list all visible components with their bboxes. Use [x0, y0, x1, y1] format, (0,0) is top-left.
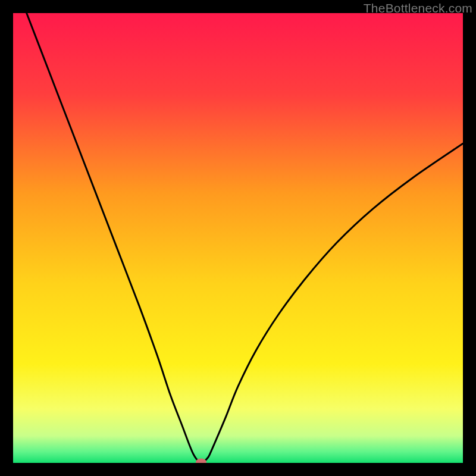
chart-frame	[13, 13, 463, 463]
bottleneck-chart	[13, 13, 463, 463]
watermark-label: TheBottleneck.com	[364, 1, 472, 15]
chart-background	[13, 13, 463, 463]
